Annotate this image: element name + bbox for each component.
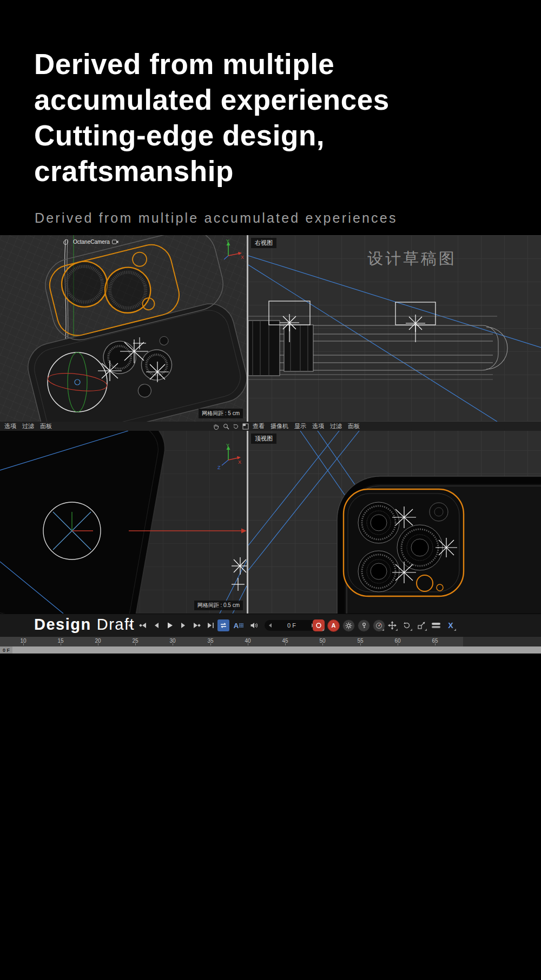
viewport-divider[interactable] [247,431,248,614]
next-frame-button[interactable] [177,619,189,631]
ruler-tick: 55 [354,638,366,644]
key-filter-controls: X [386,614,457,637]
camera-module-wireframe [248,431,541,614]
overlay-word-light: Draft [97,616,135,633]
autokey-letter: A [332,622,336,629]
ruler-tick: 40 [242,638,254,644]
exploded-case-wireframe [0,235,247,422]
ruler-tick: 50 [316,638,328,644]
keyframe-settings-button[interactable] [342,619,355,632]
menu-item-cameras[interactable]: 摄像机 [270,422,288,430]
ruler-tick: 45 [279,638,291,644]
page-title: Derived from multiple accumulated experi… [34,46,390,189]
grid-spacing-label: 网格间距 : 0.5 cm [194,601,243,610]
menu-item-options2[interactable]: 选项 [312,422,324,430]
minmax-mode-button[interactable] [373,619,385,632]
title-line: accumulated experiences [34,82,390,118]
page: Derived from multiple accumulated experi… [0,0,541,980]
viewport-tag: 顶视图 [251,434,276,444]
autokey-button[interactable]: A [327,619,340,632]
viewport-tag: 右视图 [251,238,276,248]
maximize-view-icon[interactable] [242,423,249,430]
ruler-tick: 15 [55,638,67,644]
ruler-tick: 20 [92,638,104,644]
camera-icon [112,239,118,244]
prev-key-button[interactable] [137,619,149,631]
menu-item-panel[interactable]: 面板 [40,422,52,430]
hero-subtitle: Derived from multiple accumulated experi… [35,210,398,226]
rotate-view-icon[interactable] [232,423,239,430]
menu-item-filter[interactable]: 过滤 [22,422,34,430]
menu-item-view[interactable]: 查看 [253,422,265,430]
axis-y-label: Y [226,443,229,448]
play-button[interactable] [164,619,176,631]
menu-item-filter2[interactable]: 过滤 [330,422,342,430]
record-controls: A [313,614,385,637]
viewport-menubar: 选项 过滤 面板 查看 摄像机 显示 选项 过滤 [0,422,541,431]
x-axis-lock-button[interactable]: X [445,619,457,631]
out-of-range-shade [463,637,541,647]
ruler-tick: 35 [204,638,216,644]
phone-front-wireframe [0,431,247,614]
solo-animation-button[interactable]: A [233,619,245,631]
viewport-top[interactable]: 顶视图 [248,431,541,614]
solo-letter: A [234,622,239,630]
axis-x-label: X [238,459,241,465]
ruler-tick: 30 [167,638,179,644]
ruler-tick: 25 [129,638,141,644]
axis-gizmo: Y X [216,237,245,263]
timeline-ruler[interactable]: 10 15 20 25 30 35 40 45 50 55 60 65 [0,636,541,647]
loop-mode-button[interactable] [217,619,229,631]
camera-label-text: OctaneCamera [73,239,110,245]
record-keyframe-button[interactable] [313,619,325,631]
frame-step-back-icon[interactable] [269,623,272,628]
scale-record-button[interactable] [415,619,427,631]
viewport-front[interactable]: Y X Z 网格间距 : 0.5 cm [0,431,247,614]
rotation-record-button[interactable] [401,619,413,631]
grid-spacing-label: 网格间距 : 5 cm [199,409,243,418]
prev-frame-button[interactable] [150,619,162,631]
overlay-word-bold: Design [34,616,91,633]
camera-label[interactable]: OctaneCamera [73,239,118,245]
current-frame-marker[interactable]: 0 F [0,646,12,654]
c4d-editor-screenshot: OctaneCamera Y X 网格间距 : 5 cm [0,235,541,654]
axis-y-label: Y [226,238,229,244]
viewport-nav-icons [213,423,249,430]
key-selection-button[interactable] [358,619,370,632]
menu-item-display[interactable]: 显示 [294,422,306,430]
pan-hand-icon[interactable] [213,423,220,430]
axis-z-label: Z [217,465,221,470]
ruler-tick: 10 [17,638,29,644]
position-record-button[interactable] [386,619,398,631]
viewport-perspective[interactable]: OctaneCamera Y X 网格间距 : 5 cm [0,235,247,422]
axis-gizmo: Y X Z [214,442,242,470]
ruler-tick: 60 [392,638,404,644]
frame-marker-label: 0 F [3,648,10,653]
menu-item-options[interactable]: 选项 [4,422,16,430]
next-key-button[interactable] [191,619,203,631]
jump-end-button[interactable] [204,619,216,631]
title-line: Derived from multiple [34,46,390,82]
viewport-divider[interactable] [247,235,248,422]
playback-mode-controls: A [217,614,260,637]
frame-value: 0 F [287,622,296,629]
zoom-view-icon[interactable] [222,423,229,430]
watermark-text: 设计草稿图 [367,248,457,270]
menu-item-panel2[interactable]: 面板 [348,422,360,430]
ruler-tick: 65 [429,638,441,644]
current-frame-field[interactable]: 0 F [265,620,319,631]
design-draft-overlay: DesignDraft [34,616,135,634]
title-line: Cutting-edge design, [34,118,390,154]
viewport-right[interactable]: 右视图 设计草稿图 [248,235,541,422]
title-line: craftsmanship [34,154,390,189]
sound-button[interactable] [248,619,260,631]
playback-controls [123,614,216,637]
parameter-bars-button[interactable] [430,619,442,631]
x-axis-letter: X [448,621,453,630]
frame-field-group: 0 F [265,614,319,637]
axis-x-label: X [241,255,244,260]
timeline-power-slider[interactable]: 0 F [0,646,541,654]
